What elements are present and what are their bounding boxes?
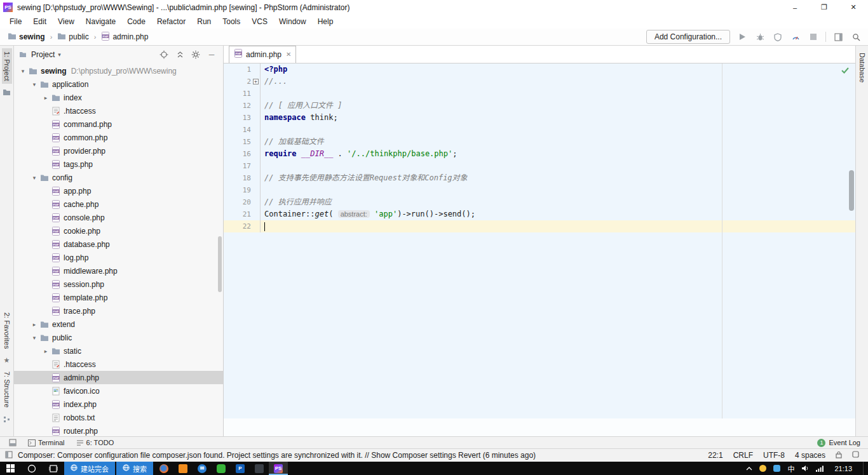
tree-item-router-php[interactable]: PHProuter.php (14, 424, 223, 436)
menu-run[interactable]: Run (191, 15, 217, 28)
menu-window[interactable]: Window (273, 15, 312, 28)
wechat-icon[interactable] (212, 462, 231, 475)
readonly-lock-icon[interactable] (836, 451, 842, 460)
tree-item-extend[interactable]: ▸extend (14, 318, 223, 331)
hide-panel-icon[interactable]: ─ (207, 50, 217, 60)
tree-item-session-php[interactable]: PHPsession.php (14, 278, 223, 291)
editor-line-22[interactable]: 22 (224, 220, 855, 232)
volume-icon[interactable] (801, 465, 809, 472)
gear-icon[interactable] (191, 50, 201, 60)
toolwindow-tab-project[interactable]: 1: Project (2, 48, 12, 84)
menu-file[interactable]: File (4, 15, 27, 28)
menu-help[interactable]: Help (312, 15, 339, 28)
tree-item--htaccess[interactable]: .htaccess (14, 358, 223, 371)
clock[interactable]: 21:13 (831, 465, 856, 472)
menu-edit[interactable]: Edit (27, 15, 52, 28)
tray-app-icon[interactable] (773, 465, 780, 472)
line-separator-widget[interactable]: CRLF (733, 451, 753, 460)
toolwindow-layout-icon[interactable] (832, 31, 844, 43)
editor-line-11[interactable]: 11 (224, 88, 855, 100)
menu-code[interactable]: Code (121, 15, 151, 28)
editor-line-13[interactable]: 13namespace think; (224, 112, 855, 124)
tree-item-middleware-php[interactable]: PHPmiddleware.php (14, 264, 223, 278)
editor-line-18[interactable]: 18// 支持事先使用静态方法设置Request对象和Config对象 (224, 172, 855, 184)
project-panel-title[interactable]: Project (31, 50, 55, 59)
tree-item-robots-txt[interactable]: robots.txt (14, 411, 223, 424)
editor-line-16[interactable]: 16require __DIR__ . '/../thinkphp/base.p… (224, 148, 855, 160)
event-log-label[interactable]: Event Log (829, 439, 860, 446)
taskbar-button-jianzhan-window[interactable]: 建站完会 (64, 462, 115, 475)
search-everywhere-icon[interactable] (850, 31, 862, 43)
menu-view[interactable]: View (52, 15, 80, 28)
toolwindow-tab-todo[interactable]: 6: TODO (72, 439, 118, 446)
ime-indicator[interactable]: 中 (787, 464, 794, 474)
editor-lines[interactable]: 1<?php2+//...1112// [ 应用入口文件 ]13namespac… (224, 64, 855, 418)
editor-line-15[interactable]: 15// 加载基础文件 (224, 136, 855, 148)
close-button[interactable]: ✕ (839, 0, 868, 15)
orange-app-icon[interactable] (173, 462, 193, 475)
tree-item-template-php[interactable]: PHPtemplate.php (14, 291, 223, 304)
tree-item-cache-php[interactable]: PHPcache.php (14, 197, 223, 211)
collapse-all-icon[interactable] (175, 50, 185, 60)
close-tab-icon[interactable]: ✕ (285, 51, 291, 58)
structure-toolwindow-icon[interactable] (2, 414, 12, 424)
dark-app-icon[interactable] (250, 462, 269, 475)
star-icon[interactable]: ★ (2, 355, 12, 365)
editor-line-2[interactable]: 2+//... (224, 76, 855, 88)
inspections-ok-icon[interactable] (841, 67, 849, 76)
tree-item-admin-php[interactable]: PHPadmin.php (14, 371, 223, 384)
toolwindow-tab-favorites[interactable]: 2: Favorites (2, 309, 12, 352)
editor-line-17[interactable]: 17 (224, 160, 855, 172)
menu-navigate[interactable]: Navigate (80, 15, 121, 28)
caret-position-widget[interactable]: 22:1 (708, 451, 722, 460)
run-icon[interactable] (736, 31, 748, 43)
editor-line-19[interactable]: 19 (224, 184, 855, 196)
start-button[interactable] (0, 462, 21, 475)
status-message[interactable]: Composer: Composer configuration file co… (13, 451, 536, 460)
tree-item-application[interactable]: ▾application (14, 77, 223, 91)
tree-item-app-php[interactable]: PHPapp.php (14, 184, 223, 197)
coverage-icon[interactable] (772, 31, 783, 43)
mail-app-icon[interactable]: ✉ (193, 462, 212, 475)
network-icon[interactable] (816, 465, 824, 472)
menu-refactor[interactable]: Refactor (151, 15, 191, 28)
tree-item-command-php[interactable]: PHPcommand.php (14, 117, 223, 131)
stop-icon[interactable] (808, 31, 819, 43)
event-log-area[interactable]: 1 Event Log (817, 439, 863, 447)
breadcrumb-admin-php[interactable]: PHPadmin.php (100, 30, 149, 44)
notifications-icon[interactable] (852, 451, 859, 460)
locate-file-icon[interactable] (159, 50, 169, 60)
menu-tools[interactable]: Tools (217, 15, 246, 28)
statusbar-switcher-icon[interactable] (5, 451, 13, 460)
tree-item-static[interactable]: ▸static (14, 344, 223, 358)
p-app-icon[interactable]: P (231, 462, 250, 475)
profiler-icon[interactable] (790, 31, 801, 43)
project-view-dropdown-icon[interactable]: ▾ (58, 51, 61, 58)
editor-scrollbar[interactable] (849, 170, 854, 211)
editor-line-21[interactable]: 21Container::get( abstract: 'app')->run(… (224, 208, 855, 220)
breadcrumb-sewing[interactable]: sewing (6, 31, 46, 43)
editor-line-12[interactable]: 12// [ 应用入口文件 ] (224, 100, 855, 112)
debug-icon[interactable] (754, 31, 766, 43)
tree-item-config[interactable]: ▾config (14, 171, 223, 184)
encoding-widget[interactable]: UTF-8 (763, 451, 785, 460)
tree-item-log-php[interactable]: PHPlog.php (14, 251, 223, 264)
toolwindow-tab-structure[interactable]: 7: Structure (2, 368, 12, 411)
task-view-icon[interactable] (43, 462, 64, 475)
tree-item-index-php[interactable]: PHPindex.php (14, 398, 223, 411)
tree-item--htaccess[interactable]: .htaccess (14, 104, 223, 117)
tree-item-favicon-ico[interactable]: favicon.ico (14, 384, 223, 398)
menu-vcs[interactable]: VCS (246, 15, 273, 28)
tree-item-console-php[interactable]: PHPconsole.php (14, 211, 223, 224)
tree-item-public[interactable]: ▾public (14, 331, 223, 344)
editor-line-1[interactable]: 1<?php (224, 64, 855, 76)
tree-item-tags-php[interactable]: PHPtags.php (14, 157, 223, 171)
fold-marker-icon[interactable]: + (253, 79, 259, 84)
minimize-button[interactable]: – (780, 0, 810, 15)
firefox-icon[interactable] (154, 462, 173, 475)
tray-messenger-icon[interactable] (759, 465, 766, 472)
indent-widget[interactable]: 4 spaces (795, 451, 825, 460)
maximize-button[interactable]: ❐ (810, 0, 839, 15)
tree-item-sewing[interactable]: ▾sewingD:\phpstudy_pro\WWW\sewing (14, 64, 223, 77)
project-scrollbar[interactable] (218, 236, 222, 292)
